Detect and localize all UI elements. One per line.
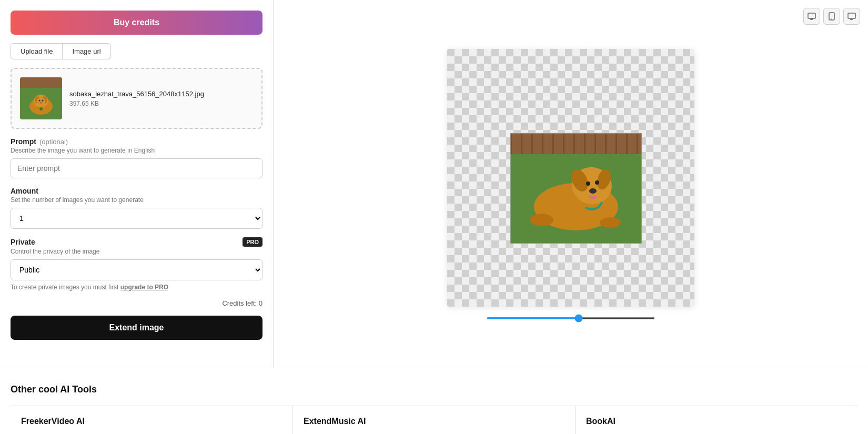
upgrade-prefix-text: To create private images you must first [11, 284, 120, 291]
checker-background [447, 49, 694, 307]
amount-select[interactable]: 1 2 3 4 [11, 208, 263, 229]
file-drop-zone[interactable]: sobaka_lezhat_trava_56156_2048x1152.jpg … [11, 68, 263, 129]
left-panel: Buy credits Upload file Image url [0, 0, 274, 368]
monitor-icon [847, 13, 856, 20]
upload-tabs: Upload file Image url [11, 43, 263, 59]
svg-rect-1 [20, 77, 62, 88]
privacy-select[interactable]: Public Private [11, 259, 263, 280]
prompt-section: Prompt (optional) Describe the image you… [11, 137, 263, 178]
tool-card-bookai: BookAI [576, 406, 857, 434]
desktop-icon [808, 13, 816, 20]
amount-description: Set the number of images you want to gen… [11, 196, 263, 204]
svg-point-7 [39, 100, 41, 102]
buy-credits-button[interactable]: Buy credits [11, 11, 263, 35]
amount-label: Amount [11, 187, 263, 195]
amount-section: Amount Set the number of images you want… [11, 187, 263, 229]
desktop-view-button[interactable] [803, 8, 820, 25]
prompt-input[interactable] [11, 158, 263, 178]
section-title: Other cool AI Tools [11, 384, 857, 395]
image-url-tab[interactable]: Image url [63, 43, 110, 59]
file-size: 397.65 KB [69, 100, 204, 107]
svg-point-9 [39, 102, 43, 104]
tool-name-extendmusic: ExtendMusic AI [304, 417, 564, 426]
tool-card-freeker: FreekerVideo AI [11, 406, 293, 434]
monitor-view-button[interactable] [843, 8, 860, 25]
private-section: Private PRO Control the privacy of the i… [11, 237, 263, 291]
private-header: Private PRO [11, 237, 263, 247]
prompt-label: Prompt (optional) [11, 137, 263, 146]
tools-grid: FreekerVideo AI ExtendMusic AI BookAI [11, 406, 857, 434]
image-canvas-area [447, 49, 694, 307]
svg-rect-11 [808, 13, 815, 18]
tool-name-bookai: BookAI [586, 417, 847, 426]
tablet-icon [829, 12, 835, 21]
file-name: sobaka_lezhat_trava_56156_2048x1152.jpg [69, 90, 204, 98]
pro-badge: PRO [243, 237, 263, 247]
bottom-section: Other cool AI Tools FreekerVideo AI Exte… [0, 368, 868, 434]
upgrade-link-row: To create private images you must first … [11, 284, 263, 291]
tablet-view-button[interactable] [823, 8, 840, 25]
private-description: Control the privacy of the image [11, 248, 263, 255]
svg-rect-17 [848, 13, 855, 18]
svg-point-8 [42, 100, 44, 102]
zoom-slider[interactable] [487, 317, 655, 319]
tool-card-extendmusic: ExtendMusic AI [293, 406, 576, 434]
svg-point-10 [39, 107, 43, 110]
prompt-description: Describe the image you want to generate … [11, 147, 263, 154]
prompt-optional: (optional) [39, 138, 68, 146]
credits-left-text: Credits left: 0 [222, 299, 263, 307]
extend-image-button[interactable]: Extend image [11, 316, 263, 340]
file-info: sobaka_lezhat_trava_56156_2048x1152.jpg … [69, 90, 204, 107]
zoom-slider-row [487, 317, 655, 319]
tool-name-freeker: FreekerVideo AI [21, 417, 282, 426]
right-panel [274, 0, 868, 368]
svg-point-16 [831, 18, 832, 19]
credits-row: Credits left: 0 [11, 299, 263, 307]
file-thumbnail [20, 77, 62, 119]
upgrade-to-pro-link[interactable]: upgrade to PRO [120, 284, 168, 291]
upload-file-tab[interactable]: Upload file [11, 43, 63, 59]
private-label: Private [11, 238, 35, 246]
dog-thumb-image [20, 77, 62, 119]
view-icons [803, 8, 860, 25]
